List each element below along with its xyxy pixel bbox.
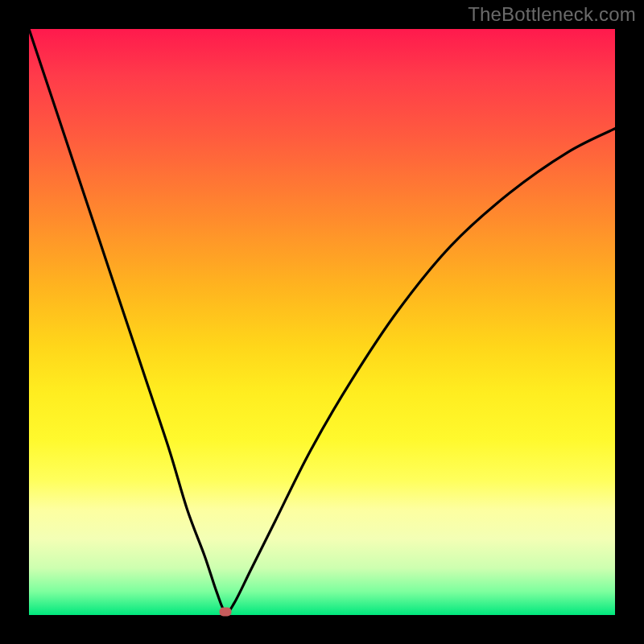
bottleneck-curve: [29, 29, 615, 615]
chart-frame: TheBottleneck.com: [0, 0, 644, 644]
optimum-marker: [219, 608, 231, 617]
watermark-text: TheBottleneck.com: [468, 3, 636, 26]
plot-area: [29, 29, 615, 615]
